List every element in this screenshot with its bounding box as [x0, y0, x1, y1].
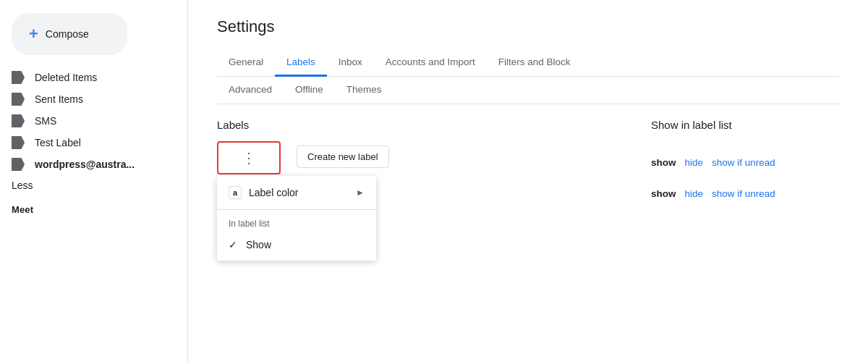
divider: [217, 209, 376, 210]
label-icon: [12, 71, 25, 84]
show-row-1: show hide show if unread: [651, 157, 839, 168]
tabs-row-1: General Labels Inbox Accounts and Import…: [217, 49, 839, 77]
labels-heading: Labels: [217, 119, 249, 131]
sidebar-item-wordpress[interactable]: wordpress@austra...: [0, 153, 176, 175]
sidebar-item-label: SMS: [35, 115, 56, 127]
compose-icon: +: [29, 25, 38, 43]
less-link[interactable]: Less: [0, 175, 187, 195]
labels-area: Labels ⋮ a Label color ►: [217, 119, 839, 219]
tab-filters[interactable]: Filters and Block: [487, 49, 582, 77]
tab-accounts[interactable]: Accounts and Import: [374, 49, 487, 77]
tab-themes[interactable]: Themes: [335, 77, 393, 104]
dropdown-section-label: In label list: [217, 213, 376, 232]
three-dot-menu-button[interactable]: ⋮: [217, 141, 281, 174]
show-row-2: show hide show if unread: [651, 188, 839, 199]
show-if-unread-link-1[interactable]: show if unread: [712, 157, 775, 168]
sidebar-item-deleted[interactable]: Deleted Items: [0, 67, 176, 88]
compose-button[interactable]: + Compose: [12, 13, 127, 55]
label-icon: [12, 114, 25, 127]
show-label: Show: [246, 239, 271, 251]
checkmark-icon: ✓: [229, 239, 237, 251]
sidebar: + Compose Deleted Items Sent Items SMS T…: [0, 0, 188, 362]
tab-labels[interactable]: Labels: [275, 49, 327, 77]
page-title: Settings: [217, 17, 839, 36]
hide-link-2[interactable]: hide: [685, 188, 704, 199]
label-color-icon: a: [229, 186, 242, 199]
sidebar-item-sent[interactable]: Sent Items: [0, 88, 176, 110]
show-in-label-list: Show in label list show hide show if unr…: [651, 119, 839, 219]
sidebar-item-label: Sent Items: [35, 93, 83, 105]
sidebar-item-test-label[interactable]: Test Label: [0, 132, 176, 153]
sidebar-item-sms[interactable]: SMS: [0, 110, 176, 132]
label-icon: [12, 158, 25, 171]
tab-general[interactable]: General: [217, 49, 275, 77]
label-color-item[interactable]: a Label color ►: [217, 179, 376, 206]
show-value-2: show: [651, 188, 676, 199]
tab-inbox[interactable]: Inbox: [327, 49, 374, 77]
tabs-row-2: Advanced Offline Themes: [217, 77, 839, 104]
context-menu: a Label color ► In label list ✓ Show: [217, 176, 376, 261]
sidebar-item-label: Test Label: [35, 137, 81, 148]
show-if-unread-link-2[interactable]: show if unread: [712, 188, 775, 199]
tab-advanced[interactable]: Advanced: [217, 77, 284, 104]
three-dot-icon: ⋮: [242, 149, 257, 167]
show-in-label-list-heading: Show in label list: [651, 119, 839, 131]
show-item[interactable]: ✓ Show: [217, 232, 376, 258]
show-value-1: show: [651, 157, 676, 168]
label-icon: [12, 136, 25, 149]
chevron-right-icon: ►: [356, 188, 365, 198]
create-new-label-button[interactable]: Create new label: [297, 146, 389, 168]
main-content: Settings General Labels Inbox Accounts a…: [188, 0, 868, 362]
labels-left: Labels ⋮ a Label color ►: [217, 119, 593, 219]
compose-label: Compose: [46, 28, 89, 40]
hide-link-1[interactable]: hide: [685, 157, 704, 168]
label-color-label: Label color: [249, 187, 299, 198]
label-icon: [12, 93, 25, 106]
sidebar-item-label: wordpress@austra...: [35, 159, 135, 170]
meet-section-heading: Meet: [0, 195, 187, 218]
tab-offline[interactable]: Offline: [284, 77, 335, 104]
sidebar-item-label: Deleted Items: [35, 72, 97, 83]
